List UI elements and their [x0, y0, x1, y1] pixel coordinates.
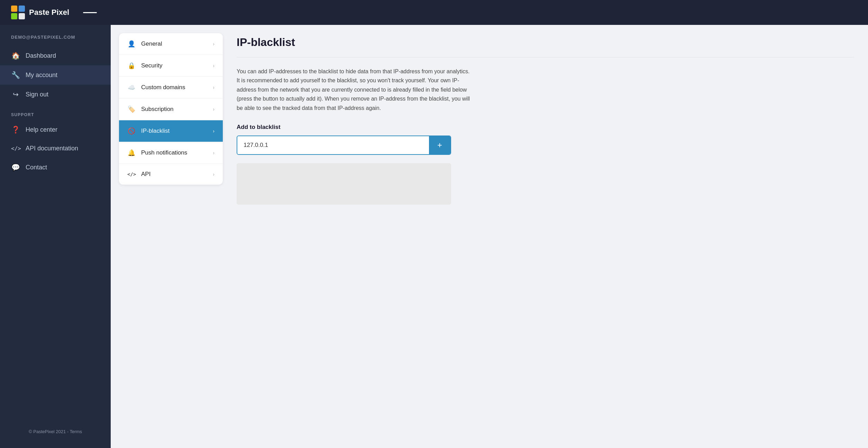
- content-area: 👤 General › 🔒 Security › ☁️ Custom domai…: [111, 25, 868, 448]
- svg-rect-2: [11, 13, 17, 19]
- wrench-icon: 🔧: [11, 71, 20, 79]
- settings-security-label: Security: [141, 62, 162, 69]
- sidebar-item-help-center[interactable]: ❓ Help center: [0, 120, 111, 139]
- chevron-right-icon: ›: [213, 85, 214, 90]
- plus-icon: +: [437, 140, 442, 150]
- sidebar-signout-label: Sign out: [26, 91, 48, 98]
- settings-custom-domains-label: Custom domains: [141, 84, 185, 91]
- tag-icon: 🏷️: [127, 105, 136, 113]
- topbar-divider: [83, 12, 97, 13]
- app-title: Paste Pixel: [29, 8, 69, 17]
- sidebar: DEMO@PASTEPIXEL.COM 🏠 Dashboard 🔧 My acc…: [0, 25, 111, 448]
- sidebar-dashboard-label: Dashboard: [26, 52, 56, 59]
- api-code-icon: </>: [127, 171, 136, 177]
- logo-icon: [11, 6, 25, 19]
- blacklist-table-area: [237, 163, 451, 205]
- sidebar-my-account-label: My account: [26, 72, 57, 79]
- bell-icon: 🔔: [127, 149, 136, 157]
- chevron-right-icon: ›: [213, 128, 214, 134]
- chevron-right-icon: ›: [213, 106, 214, 112]
- person-icon: 👤: [127, 40, 136, 48]
- chevron-right-icon: ›: [213, 150, 214, 156]
- svg-rect-0: [11, 6, 17, 12]
- chat-icon: 💬: [11, 163, 20, 171]
- settings-ip-blacklist-label: IP-blacklist: [141, 128, 170, 134]
- settings-subscription-label: Subscription: [141, 106, 174, 113]
- sidebar-footer: © PastePixel 2021 - Terms: [0, 422, 111, 441]
- add-blacklist-label: Add to blacklist: [237, 124, 854, 131]
- settings-item-general[interactable]: 👤 General ›: [119, 33, 223, 55]
- settings-item-subscription[interactable]: 🏷️ Subscription ›: [119, 99, 223, 120]
- lock-icon: 🔒: [127, 62, 136, 69]
- chevron-right-icon: ›: [213, 41, 214, 47]
- sidebar-contact-label: Contact: [26, 164, 47, 171]
- block-icon: 🚫: [127, 127, 136, 135]
- topbar: Paste Pixel: [0, 0, 868, 25]
- sidebar-item-sign-out[interactable]: ↪ Sign out: [0, 85, 111, 104]
- settings-item-security[interactable]: 🔒 Security ›: [119, 55, 223, 77]
- ip-input[interactable]: [237, 136, 429, 154]
- settings-general-label: General: [141, 40, 162, 47]
- sidebar-item-api-docs[interactable]: </> API documentation: [0, 139, 111, 158]
- sidebar-item-dashboard[interactable]: 🏠 Dashboard: [0, 46, 111, 65]
- chevron-right-icon: ›: [213, 63, 214, 68]
- code-icon: </>: [11, 145, 20, 152]
- content-divider: [237, 57, 854, 57]
- cloud-icon: ☁️: [127, 84, 136, 91]
- sidebar-api-docs-label: API documentation: [26, 145, 78, 152]
- logo: Paste Pixel: [11, 6, 69, 19]
- sidebar-help-label: Help center: [26, 126, 57, 133]
- sidebar-item-my-account[interactable]: 🔧 My account: [0, 65, 111, 85]
- svg-rect-1: [19, 6, 25, 12]
- main-layout: DEMO@PASTEPIXEL.COM 🏠 Dashboard 🔧 My acc…: [0, 25, 868, 448]
- settings-item-ip-blacklist[interactable]: 🚫 IP-blacklist ›: [119, 120, 223, 142]
- settings-item-push-notifications[interactable]: 🔔 Push notifications ›: [119, 142, 223, 164]
- svg-rect-3: [19, 13, 25, 19]
- chevron-right-icon: ›: [213, 171, 214, 177]
- home-icon: 🏠: [11, 52, 20, 60]
- page-title: IP-blacklist: [237, 36, 854, 49]
- add-blacklist-button[interactable]: +: [429, 136, 450, 154]
- content-description: You can add IP-addresses to the blacklis…: [237, 67, 472, 113]
- signout-icon: ↪: [11, 90, 20, 99]
- sidebar-item-contact[interactable]: 💬 Contact: [0, 158, 111, 177]
- settings-item-custom-domains[interactable]: ☁️ Custom domains ›: [119, 77, 223, 99]
- sidebar-user-email: DEMO@PASTEPIXEL.COM: [0, 35, 111, 46]
- help-icon: ❓: [11, 125, 20, 134]
- settings-push-notifications-label: Push notifications: [141, 149, 187, 156]
- add-blacklist-row: +: [237, 136, 451, 155]
- settings-api-label: API: [141, 171, 150, 178]
- settings-panel: 👤 General › 🔒 Security › ☁️ Custom domai…: [119, 33, 223, 185]
- support-section-label: SUPPORT: [0, 104, 111, 120]
- main-content: IP-blacklist You can add IP-addresses to…: [223, 25, 868, 448]
- settings-item-api[interactable]: </> API ›: [119, 164, 223, 185]
